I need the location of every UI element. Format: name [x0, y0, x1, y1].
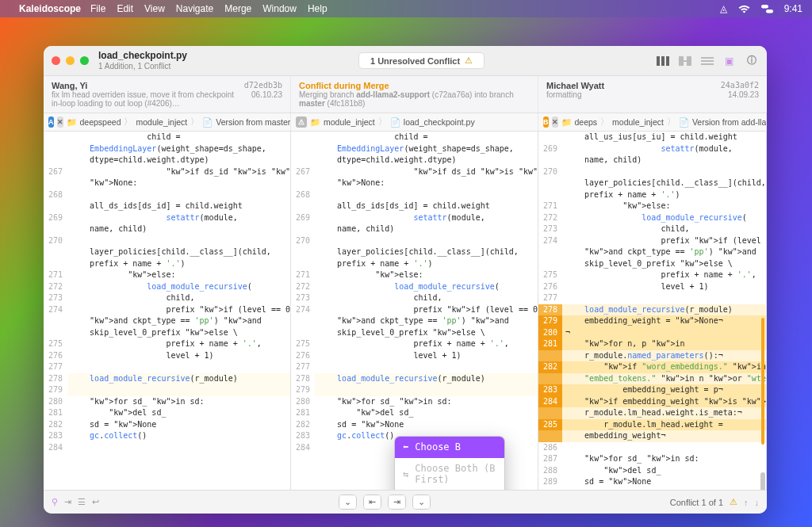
- info-button[interactable]: ⓘ: [745, 55, 759, 67]
- code-line[interactable]: layer_policies[child.__class__](child,: [291, 246, 538, 258]
- wrap-icon[interactable]: ↩︎: [92, 497, 99, 507]
- window-minimize-button[interactable]: [66, 56, 75, 65]
- code-line[interactable]: EmbeddingLayer(weight_shape=ds_shape,: [291, 143, 538, 155]
- conflict-status-pill[interactable]: 1 Unresolved Conflict ⚠︎: [358, 52, 485, 69]
- code-line[interactable]: 284: [44, 442, 290, 454]
- code-line[interactable]: 275 prefix + name + '.',: [538, 269, 766, 281]
- code-line[interactable]: 282 sd = "kw">None: [291, 419, 538, 431]
- code-line[interactable]: 277: [538, 292, 766, 304]
- control-center-icon[interactable]: [761, 5, 773, 13]
- code-line[interactable]: 274 prefix "kw">if (level == 0: [538, 235, 766, 247]
- code-line[interactable]: 267 "kw">if ds_id "kw">is "kw">not: [291, 166, 538, 178]
- pane-b[interactable]: all_us_ius[us_iu] = child.weight269 seta…: [538, 132, 767, 490]
- code-line[interactable]: 273 child,: [44, 292, 290, 304]
- code-line[interactable]: dtype=child.weight.dtype): [291, 155, 538, 166]
- code-line[interactable]: skip_level_0_prefix "kw">else \: [538, 258, 766, 270]
- code-line[interactable]: 276 level + 1): [538, 281, 766, 293]
- code-line[interactable]: 282 "kw">if "word_embeddings." "kw">in n…: [538, 361, 766, 373]
- view-columns-button[interactable]: [656, 55, 670, 67]
- pane-a[interactable]: child = EmbeddingLayer(weight_shape=ds_s…: [44, 132, 291, 490]
- code-line[interactable]: 269 setattr(module,: [538, 143, 766, 155]
- pane-merge[interactable]: ⬅︎ Choose B ⇆ Choose Both (B First) ◧ Ch…: [291, 132, 538, 490]
- menu-navigate[interactable]: Navigate: [176, 3, 213, 14]
- menu-choose-b[interactable]: ⬅︎ Choose B: [395, 437, 504, 458]
- code-line[interactable]: all_us_ius[us_iu] = child.weight: [538, 132, 766, 143]
- app-name[interactable]: Kaleidoscope: [19, 3, 81, 14]
- code-line[interactable]: 288 "kw">del sd_: [538, 465, 766, 477]
- prev-conflict-button[interactable]: ↑: [744, 498, 749, 507]
- code-line[interactable]: 270: [291, 235, 538, 247]
- code-line[interactable]: 272 load_module_recursive(: [44, 281, 290, 293]
- take-left-button[interactable]: ⇤: [363, 495, 381, 510]
- code-line[interactable]: child =: [291, 132, 538, 143]
- next-conflict-button[interactable]: ↓: [755, 498, 760, 507]
- menu-file[interactable]: File: [90, 3, 105, 14]
- code-line[interactable]: layer_policies[child.__class__](child,: [538, 178, 766, 189]
- wifi-icon[interactable]: [738, 5, 750, 13]
- code-line[interactable]: 277: [291, 361, 538, 373]
- code-line[interactable]: 270: [538, 166, 766, 178]
- code-line[interactable]: 283 gc.collect(): [44, 430, 290, 442]
- code-line[interactable]: 272 load_module_recursive(: [291, 281, 538, 293]
- code-line[interactable]: "kw">and ckpt_type == 'pp') "kw">and: [291, 315, 538, 327]
- code-line[interactable]: 273 child,: [291, 292, 538, 304]
- code-line[interactable]: skip_level_0_prefix "kw">else \: [291, 327, 538, 339]
- code-line[interactable]: name, child): [538, 155, 766, 166]
- code-line[interactable]: 278 load_module_recursive(r_module): [538, 304, 766, 316]
- breadcrumb-b[interactable]: B ✕ 📁deeps〉 module_inject〉 📄Version from…: [538, 113, 767, 131]
- code-line[interactable]: all_ds_ids[ds_id] = child.weight: [291, 200, 538, 212]
- code-line[interactable]: 280¬: [538, 327, 766, 339]
- sidebar-toggle-button[interactable]: ▣: [722, 55, 737, 67]
- code-line[interactable]: 268: [44, 189, 290, 201]
- window-zoom-button[interactable]: [80, 56, 89, 65]
- code-line[interactable]: 281 "kw">for n, p "kw">in: [538, 338, 766, 350]
- code-line[interactable]: 279: [291, 384, 538, 396]
- code-line[interactable]: 281 "kw">del sd_: [291, 407, 538, 419]
- code-line[interactable]: layer_policies[child.__class__](child,: [44, 246, 290, 258]
- code-line[interactable]: 285 r_module.lm_head.weight =: [538, 419, 766, 431]
- code-line[interactable]: "kw">and ckpt_type == 'pp') "kw">and: [44, 315, 290, 327]
- code-line[interactable]: 269 setattr(module,: [44, 212, 290, 224]
- view-fluid-button[interactable]: [678, 55, 692, 67]
- menu-help[interactable]: Help: [308, 3, 327, 14]
- code-line[interactable]: 274 prefix "kw">if (level == 0: [44, 304, 290, 316]
- code-line[interactable]: skip_level_0_prefix "kw">else \: [44, 327, 290, 339]
- code-line[interactable]: 289 sd = "kw">None: [538, 476, 766, 488]
- code-line[interactable]: 269 setattr(module,: [291, 212, 538, 224]
- code-line[interactable]: 284 "kw">if embedding_weight "kw">is "kw…: [538, 396, 766, 408]
- menu-merge[interactable]: Merge: [224, 3, 251, 14]
- code-line[interactable]: 271 "kw">else:: [44, 269, 290, 281]
- code-line[interactable]: 280 "kw">for sd_ "kw">in sd:: [291, 396, 538, 408]
- code-line[interactable]: embedding_weight¬: [538, 430, 766, 442]
- code-line[interactable]: 268: [291, 189, 538, 201]
- status-icon-1[interactable]: ◬: [720, 3, 727, 14]
- code-line[interactable]: all_ds_ids[ds_id] = child.weight: [44, 200, 290, 212]
- code-line[interactable]: 278 load_module_recursive(r_module): [291, 373, 538, 385]
- change-marker[interactable]: [761, 318, 764, 445]
- code-line[interactable]: 283 embedding_weight = p¬: [538, 384, 766, 396]
- code-line[interactable]: 274 prefix "kw">if (level == 0: [291, 304, 538, 316]
- menu-view[interactable]: View: [144, 3, 165, 14]
- code-line[interactable]: r_module.lm_head.weight.is_meta:¬: [538, 407, 766, 419]
- code-line[interactable]: 277: [44, 361, 290, 373]
- breadcrumb-merge[interactable]: ⚠︎ 📁module_inject〉 📄load_checkpoint.py: [291, 113, 538, 131]
- code-line[interactable]: "kw">None:: [291, 178, 538, 189]
- code-line[interactable]: 276 level + 1): [291, 350, 538, 362]
- code-line[interactable]: 290 gc.collect(): [538, 488, 766, 491]
- menubar-clock[interactable]: 9:41: [784, 3, 802, 14]
- code-line[interactable]: 267 "kw">if ds_id "kw">is "kw">not: [44, 166, 290, 178]
- list-icon[interactable]: ☰: [78, 497, 86, 507]
- code-line[interactable]: child =: [44, 132, 290, 143]
- code-line[interactable]: 281 "kw">del sd_: [44, 407, 290, 419]
- close-b-chip[interactable]: ✕: [552, 116, 558, 128]
- code-line[interactable]: 280 "kw">for sd_ "kw">in sd:: [44, 396, 290, 408]
- chevron-down-2[interactable]: ⌄: [412, 495, 431, 510]
- code-line[interactable]: 271 "kw">else:: [291, 269, 538, 281]
- scrollbar-thumb[interactable]: [760, 472, 765, 490]
- window-close-button[interactable]: [52, 56, 60, 65]
- filter-icon[interactable]: ⚲: [52, 497, 58, 507]
- code-line[interactable]: 279: [44, 384, 290, 396]
- code-line[interactable]: dtype=child.weight.dtype): [44, 155, 290, 166]
- code-line[interactable]: 278 load_module_recursive(r_module): [44, 373, 290, 385]
- code-line[interactable]: "embed_tokens." "kw">in n "kw">or "wte."…: [538, 373, 766, 385]
